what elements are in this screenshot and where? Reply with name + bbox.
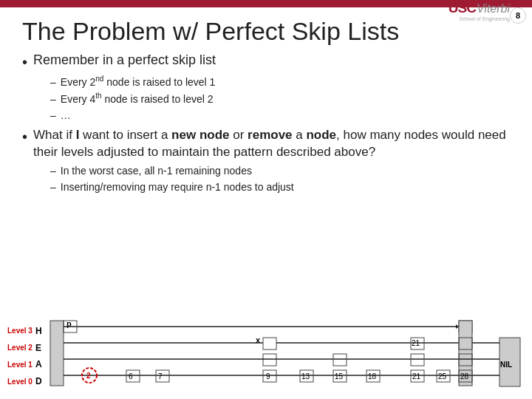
sub-bullets-2: In the worst case, all n-1 remaining nod… bbox=[50, 163, 510, 196]
sub-bullet-1-1: Every 2nd node is raised to level 1 bbox=[50, 73, 510, 90]
level-label-2: Level 2 E bbox=[7, 340, 46, 356]
viterbi-logo: Viterbi bbox=[477, 2, 510, 16]
svg-text:6: 6 bbox=[129, 372, 133, 381]
page-title: The Problem w/ Perfect Skip Lists bbox=[22, 18, 510, 45]
svg-text:2: 2 bbox=[86, 372, 91, 380]
svg-text:18: 18 bbox=[368, 372, 377, 381]
svg-text:15: 15 bbox=[335, 372, 344, 381]
page-number: 8 bbox=[510, 7, 526, 24]
level-label-3: Level 3 H bbox=[7, 323, 46, 339]
bullet-2-text: What if I want to insert a new node or r… bbox=[33, 127, 510, 161]
svg-text:21: 21 bbox=[412, 339, 420, 347]
level-label-1: Level 1 A bbox=[7, 356, 46, 372]
sub-bullet-1-1-text: Every 2nd node is raised to level 1 bbox=[61, 73, 216, 90]
sub-bullets-1: Every 2nd node is raised to level 1 Ever… bbox=[50, 73, 510, 123]
sub-bullet-2-1: In the worst case, all n-1 remaining nod… bbox=[50, 163, 510, 179]
sub-bullet-1-2-text: Every 4th node is raised to level 2 bbox=[61, 90, 214, 107]
svg-rect-37 bbox=[411, 354, 424, 366]
svg-rect-13 bbox=[263, 354, 276, 366]
svg-rect-12 bbox=[263, 338, 276, 349]
svg-rect-32 bbox=[333, 354, 347, 366]
skip-list-diagram: Level 3 H Level 2 E Level 1 A Level 0 D bbox=[0, 318, 532, 395]
sub-bullet-1-3-text: … bbox=[61, 107, 71, 123]
svg-text:28: 28 bbox=[460, 372, 469, 381]
level-label-0: Level 0 D bbox=[7, 373, 46, 389]
svg-text:25: 25 bbox=[438, 372, 447, 381]
svg-text:9: 9 bbox=[266, 372, 270, 381]
bullet-2: • What if I want to insert a new node or… bbox=[22, 127, 510, 161]
sub-bullet-1-3: … bbox=[50, 107, 510, 123]
logo-area: USC Viterbi School of Engineering bbox=[449, 0, 510, 21]
svg-text:21: 21 bbox=[412, 372, 421, 381]
slide-content: • Remember in a perfect skip list Every … bbox=[0, 50, 532, 195]
school-label: School of Engineering bbox=[460, 16, 511, 21]
bullet-dot-1: • bbox=[22, 52, 27, 72]
svg-rect-0 bbox=[50, 321, 64, 386]
sub-bullet-2-2-text: Inserting/removing may require n-1 nodes… bbox=[61, 179, 294, 195]
svg-text:NIL: NIL bbox=[500, 361, 512, 369]
sub-bullet-2-2: Inserting/removing may require n-1 nodes… bbox=[50, 179, 510, 195]
sub-bullet-2-1-text: In the worst case, all n-1 remaining nod… bbox=[61, 163, 252, 179]
svg-text:13: 13 bbox=[301, 372, 310, 381]
bullet-1-text: Remember in a perfect skip list bbox=[33, 52, 216, 68]
usc-logo: USC bbox=[449, 0, 476, 16]
bullet-dot-2: • bbox=[22, 127, 27, 146]
bullet-1: • Remember in a perfect skip list bbox=[22, 52, 510, 72]
svg-text:7: 7 bbox=[158, 372, 163, 381]
sub-bullet-1-2: Every 4th node is raised to level 2 bbox=[50, 90, 510, 107]
skip-list-visual: p x q NIL bbox=[46, 318, 525, 395]
